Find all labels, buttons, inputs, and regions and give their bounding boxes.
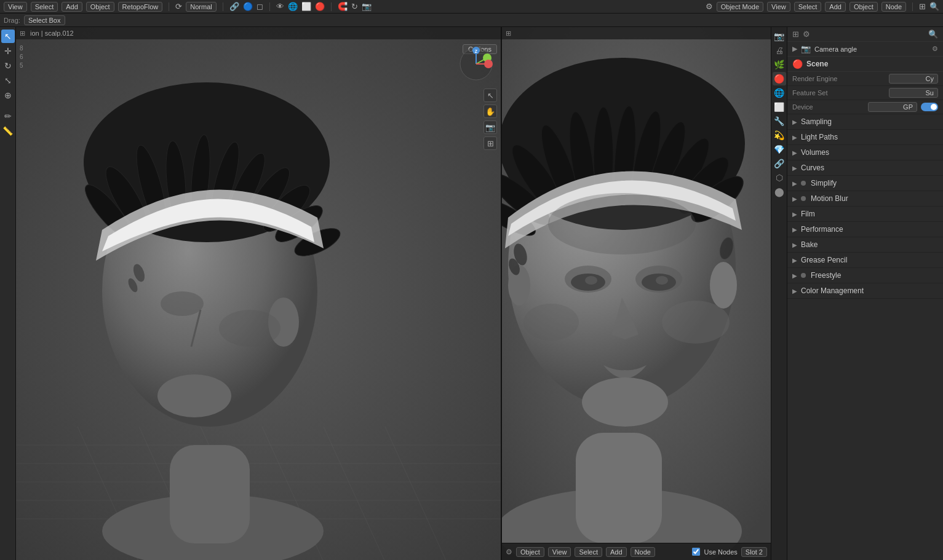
magnet-icon[interactable]: 🔵 xyxy=(243,2,253,11)
prop-header-icons: ⊞ ⚙ xyxy=(792,30,810,39)
tool-rotate[interactable]: ↻ xyxy=(1,59,15,73)
viewport-left[interactable]: ⊞ ion | scalp.012 8 6 5 Options xyxy=(16,27,502,560)
prop-section-volumes: ▶ Volumes xyxy=(787,145,943,160)
camera-settings-icon[interactable]: ⚙ xyxy=(932,45,938,53)
normal-mode-btn[interactable]: Normal xyxy=(186,2,216,12)
menu-add-right[interactable]: Add xyxy=(825,2,846,12)
scene-title: Scene xyxy=(806,60,828,68)
object-mode-btn[interactable]: Object Mode xyxy=(717,2,763,12)
section-header-9[interactable]: ▶ Grease Pencil xyxy=(787,253,943,267)
menu-object-right[interactable]: Object xyxy=(849,2,878,12)
feature-set-value[interactable]: Su xyxy=(889,88,938,98)
tool-move[interactable]: ✛ xyxy=(1,44,15,58)
select-menu-bottom[interactable]: Select xyxy=(575,547,602,557)
prop-icon-world[interactable]: 🌐 xyxy=(773,86,786,100)
expand-icon[interactable]: ▶ xyxy=(792,45,797,53)
camera-tool[interactable]: 📷 xyxy=(483,120,497,134)
prop-icon-constraints[interactable]: 🔗 xyxy=(773,157,786,170)
tool-cursor[interactable]: ↖ xyxy=(1,30,15,43)
section-header-3[interactable]: ▶ Curves xyxy=(787,160,943,175)
link-icon[interactable]: 🔗 xyxy=(229,2,239,11)
view-menu-bottom[interactable]: View xyxy=(548,547,571,557)
section-header-6[interactable]: ▶ Film xyxy=(787,207,943,221)
node-menu-bottom[interactable]: Node xyxy=(631,547,655,557)
section-name-8: Bake xyxy=(801,240,818,249)
section-header-8[interactable]: ▶ Bake xyxy=(787,237,943,252)
device-toggle[interactable] xyxy=(921,103,938,111)
section-header-11[interactable]: ▶ Color Management xyxy=(787,283,943,298)
prop-icon-data[interactable]: ⬡ xyxy=(773,171,786,184)
prop-icon-physics[interactable]: 💎 xyxy=(773,143,786,156)
cursor-tool[interactable]: ↖ xyxy=(483,89,497,102)
overlay-icon[interactable]: 👁 xyxy=(276,2,284,11)
prop-icon-scene[interactable]: 🔴 xyxy=(773,72,786,85)
section-arrow-0: ▶ xyxy=(792,119,797,125)
object-mode-bottom-btn[interactable]: Object xyxy=(516,547,544,557)
section-header-2[interactable]: ▶ Volumes xyxy=(787,145,943,160)
header-icon-right: ⊞ xyxy=(506,30,511,37)
camera2-icon[interactable]: 📷 xyxy=(362,2,372,11)
rotation-icon[interactable]: ↻ xyxy=(351,2,358,11)
section-header-7[interactable]: ▶ Performance xyxy=(787,222,943,237)
menu-add[interactable]: Add xyxy=(62,2,82,12)
prop-icon-1[interactable]: ⊞ xyxy=(792,30,799,39)
hand-tool[interactable]: ✋ xyxy=(483,105,497,118)
section-header-4[interactable]: ▶ Simplify xyxy=(787,176,943,191)
proportional-icon[interactable]: ◻ xyxy=(257,2,263,11)
grid-tool[interactable]: ⊞ xyxy=(483,136,497,150)
top-toolbar: View Select Add Object RetopoFlow ⟳ Norm… xyxy=(0,0,943,14)
viewport-left-header: ⊞ ion | scalp.012 xyxy=(16,27,501,39)
right-panel-icon[interactable]: ⚙ xyxy=(706,2,713,11)
tool-measure[interactable]: 📏 xyxy=(1,124,15,138)
right-icon-1[interactable]: ⊞ xyxy=(919,2,926,11)
section-arrow-2: ▶ xyxy=(792,149,797,156)
section-name-1: Light Paths xyxy=(801,133,838,141)
prop-icon-modifier[interactable]: 🔧 xyxy=(773,114,786,128)
prop-icon-render[interactable]: 📷 xyxy=(773,30,786,43)
shading-icon[interactable]: 🌐 xyxy=(288,2,298,11)
section-header-5[interactable]: ▶ Motion Blur xyxy=(787,191,943,206)
section-name-2: Volumes xyxy=(801,148,829,157)
divider-3 xyxy=(269,2,270,11)
divider-2 xyxy=(223,2,223,11)
add-menu-bottom[interactable]: Add xyxy=(606,547,627,557)
svg-point-45 xyxy=(710,262,737,309)
prop-icon-output[interactable]: 🖨 xyxy=(773,44,786,57)
tool-scale[interactable]: ⤡ xyxy=(1,74,15,87)
overlay-info: ion | scalp.012 xyxy=(30,30,74,37)
menu-view-right[interactable]: View xyxy=(767,2,790,12)
prop-icon-object[interactable]: ⬜ xyxy=(773,100,786,114)
viewports-row: ⊞ ion | scalp.012 8 6 5 Options xyxy=(16,27,771,560)
snap-icon[interactable]: 🧲 xyxy=(338,2,348,11)
tool-annotate[interactable]: ✏ xyxy=(1,109,15,123)
section-dot xyxy=(801,273,806,278)
solid-icon[interactable]: ⬜ xyxy=(301,2,311,11)
prop-icon-particles[interactable]: 💫 xyxy=(773,128,786,142)
slot-btn[interactable]: Slot 2 xyxy=(741,547,767,557)
menu-select-left[interactable]: Select xyxy=(31,2,58,12)
section-name-11: Color Management xyxy=(801,286,864,295)
menu-retopoflow[interactable]: RetopoFlow xyxy=(118,2,163,12)
section-header-0[interactable]: ▶ Sampling xyxy=(787,114,943,129)
prop-icon-2[interactable]: ⚙ xyxy=(803,30,810,39)
prop-search-icon[interactable]: 🔍 xyxy=(928,30,938,39)
menu-retopoflow-right[interactable]: Node xyxy=(881,2,906,12)
use-nodes-checkbox[interactable] xyxy=(692,548,700,556)
menu-view[interactable]: View xyxy=(4,2,27,12)
device-value[interactable]: GP xyxy=(868,102,917,112)
render-engine-value[interactable]: Cy xyxy=(889,74,938,84)
prop-icon-material[interactable]: ⬤ xyxy=(773,185,786,199)
select-box-btn[interactable]: Select Box xyxy=(24,15,65,25)
prop-icon-viewlayer[interactable]: 🌿 xyxy=(773,58,786,71)
viewport-left-tools: ↖ ✋ 📷 ⊞ xyxy=(483,89,497,150)
viewport-right[interactable]: ⊞ ⚙ Object View Select Add Node Use Node… xyxy=(502,27,771,560)
render-icon[interactable]: 🔴 xyxy=(315,2,325,11)
nav-gizmo[interactable]: Z xyxy=(458,45,495,82)
section-header-1[interactable]: ▶ Light Paths xyxy=(787,130,943,144)
section-arrow-7: ▶ xyxy=(792,226,797,233)
menu-object[interactable]: Object xyxy=(86,2,114,12)
section-header-10[interactable]: ▶ Freestyle xyxy=(787,268,943,283)
right-icon-2[interactable]: 🔍 xyxy=(929,2,939,11)
menu-select-right[interactable]: Select xyxy=(794,2,822,12)
tool-transform[interactable]: ⊕ xyxy=(1,89,15,102)
